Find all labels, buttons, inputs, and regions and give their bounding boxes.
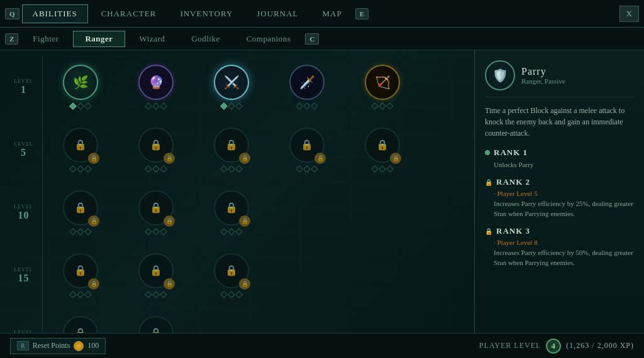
- pip: [220, 165, 227, 172]
- skill-pips-1-4: [297, 104, 317, 109]
- skill-pips-3-3: [221, 229, 242, 234]
- pip: [220, 102, 227, 109]
- skill-cell-5-2[interactable]: 🔒 🔒: [118, 306, 194, 333]
- tab-inventory[interactable]: INVENTORY: [169, 4, 243, 23]
- skill-cell-2-1[interactable]: 🔒 🔒: [43, 118, 118, 181]
- bottom-bar: R Reset Points 100 PLAYER LEVEL 4 (1,263…: [0, 333, 644, 358]
- skill-cell-2-3[interactable]: 🔒 🔒: [194, 118, 269, 181]
- rank-section-3: 🔒 RANK 3 · Player Level 8 Increases Parr…: [485, 226, 634, 268]
- rank-header-1: RANK 1: [485, 148, 634, 158]
- level-label-20: LEVEL 20: [5, 306, 43, 333]
- skill-pips-2-2: [146, 166, 166, 171]
- skill-pips-2-1: [70, 166, 91, 171]
- pip: [303, 102, 310, 109]
- reset-button[interactable]: R Reset Points 100: [10, 338, 106, 354]
- gold-coin-icon: [74, 341, 84, 351]
- key-c: C: [305, 33, 319, 45]
- skill-pips-1-5: [372, 104, 392, 109]
- skill-pips-3-1: [70, 229, 91, 234]
- skill-cell-4-1[interactable]: 🔒 🔒: [43, 244, 118, 306]
- pip: [220, 291, 227, 298]
- subtab-ranger[interactable]: Ranger: [73, 31, 125, 47]
- skill-icon-2-2: 🔒 🔒: [138, 127, 174, 163]
- skill-cell-4-2[interactable]: 🔒 🔒: [118, 244, 194, 306]
- level-label-10: LEVEL 10: [5, 181, 43, 244]
- lock-badge: 🔒: [239, 278, 250, 290]
- rank-req-3: · Player Level 8: [494, 239, 634, 246]
- rank-header-2: 🔒 RANK 2: [485, 177, 634, 187]
- skill-icon-1-5: 🏹: [365, 65, 400, 100]
- lock-badge: 🔒: [314, 153, 326, 164]
- tab-map[interactable]: MAP: [312, 4, 353, 23]
- rank-title-3: RANK 3: [496, 226, 530, 236]
- skill-icon-1-3: ⚔️: [214, 65, 249, 100]
- lock-badge: 🔒: [239, 153, 250, 164]
- pip: [235, 165, 242, 172]
- pip: [77, 102, 84, 109]
- skill-cell-1-3[interactable]: ⚔️: [194, 55, 269, 118]
- tab-journal[interactable]: JOURNAL: [246, 4, 309, 23]
- skill-cell-3-1[interactable]: 🔒 🔒: [43, 181, 118, 244]
- level-label-5: LEVEL 5: [5, 118, 43, 181]
- pip: [77, 228, 84, 235]
- rank-effect-2: Increases Parry efficiency by 25%, deali…: [494, 199, 634, 219]
- ability-icon-large: 🛡️: [485, 60, 515, 90]
- rank-lock-icon-2: 🔒: [485, 179, 492, 186]
- skill-tree: LEVEL 1 🌿 🔮: [0, 50, 474, 333]
- pip: [160, 102, 167, 109]
- subtab-godlike[interactable]: Godlike: [179, 31, 231, 47]
- skill-icon-3-1: 🔒 🔒: [63, 190, 98, 225]
- skill-cell-2-2[interactable]: 🔒 🔒: [118, 118, 194, 181]
- pip: [228, 291, 235, 298]
- pip: [152, 291, 159, 298]
- level-label-15: LEVEL 15: [5, 244, 43, 306]
- skill-cell-3-2[interactable]: 🔒 🔒: [118, 181, 194, 244]
- pip: [303, 165, 310, 172]
- gold-amount: 100: [87, 341, 99, 350]
- skill-icon-4-2: 🔒 🔒: [138, 253, 174, 288]
- skill-cell-4-3[interactable]: 🔒 🔒: [194, 244, 269, 306]
- skill-icon-3-3: 🔒 🔒: [214, 190, 249, 225]
- pip: [228, 102, 235, 109]
- subtab-companions[interactable]: Companions: [235, 31, 303, 47]
- pip: [386, 102, 393, 109]
- skill-pips-1-2: [146, 104, 166, 109]
- pip: [145, 291, 152, 298]
- skill-pips-1-3: [221, 104, 242, 109]
- key-e: E: [355, 8, 369, 19]
- skill-cell-1-4[interactable]: 🗡️: [269, 55, 345, 118]
- subtab-fighter[interactable]: Fighter: [21, 31, 70, 47]
- rank-req-2: · Player Level 5: [494, 190, 634, 197]
- skill-pips-2-4: [297, 166, 317, 171]
- skill-cell-1-2[interactable]: 🔮: [118, 55, 194, 118]
- skill-pips-3-2: [146, 229, 166, 234]
- pip: [69, 291, 76, 298]
- pip: [235, 102, 242, 109]
- tab-character[interactable]: CHARACTER: [91, 4, 167, 23]
- skill-cell-1-1[interactable]: 🌿: [43, 55, 118, 118]
- pip: [69, 165, 76, 172]
- skill-cell-1-5[interactable]: 🏹: [345, 55, 420, 118]
- close-button[interactable]: X: [619, 6, 639, 22]
- skill-icon-2-1: 🔒 🔒: [63, 127, 98, 163]
- pip: [152, 102, 159, 109]
- skill-cell-3-3[interactable]: 🔒 🔒: [194, 181, 269, 244]
- skill-icon-3-2: 🔒 🔒: [138, 190, 174, 225]
- skill-icon-2-4: 🔒 🔒: [289, 127, 325, 163]
- rank-title-1: RANK 1: [494, 148, 528, 158]
- key-q: Q: [5, 8, 19, 19]
- skill-cell-2-4[interactable]: 🔒 🔒: [269, 118, 345, 181]
- level-badge: 4: [546, 339, 561, 354]
- xp-display: (1,263 / 2,000 XP): [566, 341, 634, 350]
- ability-description: Time a perfect Block against a melee att…: [485, 105, 634, 139]
- pip: [379, 102, 386, 109]
- tab-abilities[interactable]: ABILITIES: [22, 4, 88, 23]
- skill-icon-1-2: 🔮: [138, 65, 174, 100]
- skill-cell-2-5[interactable]: 🔒 🔒: [345, 118, 420, 181]
- lock-badge: 🔒: [88, 278, 99, 290]
- pip: [145, 228, 152, 235]
- subtab-wizard[interactable]: Wizard: [128, 31, 177, 47]
- lock-badge: 🔒: [164, 215, 175, 227]
- skill-cell-5-1[interactable]: 🔒 🔒: [43, 306, 118, 333]
- player-level-section: PLAYER LEVEL 4 (1,263 / 2,000 XP): [479, 339, 634, 354]
